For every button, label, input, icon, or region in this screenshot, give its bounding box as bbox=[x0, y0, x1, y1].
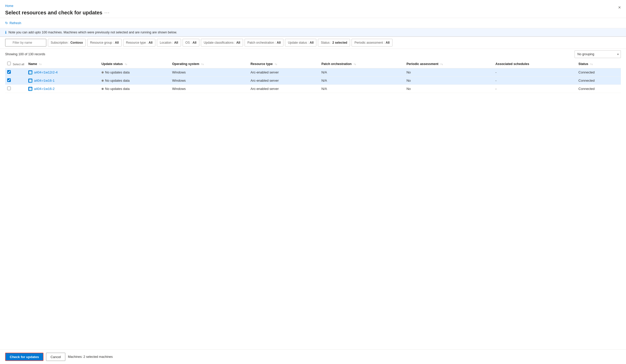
filter-chip-resource-group[interactable]: Resource group : All bbox=[87, 39, 121, 46]
grouping-wrap: No grouping Resource group Operating sys… bbox=[575, 50, 621, 58]
row-associated-schedules-0: - bbox=[493, 68, 576, 77]
sort-icon-patch-orchestration: ↑↓ bbox=[354, 63, 356, 66]
select-all-header: Select all bbox=[5, 60, 26, 68]
info-icon: ℹ bbox=[5, 30, 6, 34]
search-input[interactable] bbox=[5, 39, 46, 46]
table-row: a404-r1w16-1 No updates data Windows Arc… bbox=[5, 77, 621, 85]
row-periodic-assessment-1: No bbox=[404, 77, 493, 85]
select-all-checkbox[interactable] bbox=[7, 62, 11, 65]
dialog-options-dots[interactable]: ··· bbox=[104, 10, 110, 15]
breadcrumb[interactable]: Home bbox=[5, 4, 621, 8]
row-associated-schedules-1: - bbox=[493, 77, 576, 85]
resource-icon-2 bbox=[28, 87, 32, 91]
refresh-button[interactable]: ↻ Refresh bbox=[5, 20, 21, 26]
cancel-button[interactable]: Cancel bbox=[46, 353, 65, 361]
info-bar: ℹ Note you can add upto 100 machines. Ma… bbox=[0, 28, 626, 37]
row-periodic-assessment-2: No bbox=[404, 85, 493, 93]
sort-icon-status: ↑↓ bbox=[590, 63, 593, 66]
col-header-periodic-assessment[interactable]: Periodic assessment ↑↓ bbox=[404, 60, 493, 68]
table-row: a404-r1w12r2-4 No updates data Windows A… bbox=[5, 68, 621, 77]
row-os-1: Windows bbox=[170, 77, 248, 85]
update-status-dot-0 bbox=[102, 71, 104, 73]
filter-chip-patch-orchestration[interactable]: Patch orchestration : All bbox=[245, 39, 283, 46]
row-name-link-2[interactable]: a404-r1w16-2 bbox=[34, 87, 55, 91]
dialog-title: Select resources and check for updates bbox=[5, 10, 102, 16]
row-patch-orchestration-0: N/A bbox=[319, 68, 405, 77]
row-os-0: Windows bbox=[170, 68, 248, 77]
row-resource-type-1: Arc-enabled server bbox=[248, 77, 319, 85]
row-checkbox-2[interactable] bbox=[7, 87, 11, 90]
row-status-0: Connected bbox=[576, 68, 621, 77]
footer: Check for updates Cancel Machines: 2 sel… bbox=[0, 349, 626, 364]
dialog-container: Home Select resources and check for upda… bbox=[0, 0, 626, 364]
row-checkbox-0[interactable] bbox=[7, 70, 11, 74]
filter-chip-update-status[interactable]: Update status : All bbox=[285, 39, 316, 46]
resource-icon-1 bbox=[28, 79, 32, 83]
row-name-0: a404-r1w12r2-4 bbox=[26, 68, 99, 77]
row-resource-type-0: Arc-enabled server bbox=[248, 68, 319, 77]
table-header-row: Select all Name ↑↓ Update status ↑↓ Oper… bbox=[5, 60, 621, 68]
filter-chip-resource-type[interactable]: Resource type : All bbox=[123, 39, 155, 46]
col-header-patch-orchestration[interactable]: Patch orchestration ↑↓ bbox=[319, 60, 405, 68]
row-status-1: Connected bbox=[576, 77, 621, 85]
row-associated-schedules-2: - bbox=[493, 85, 576, 93]
col-header-associated-schedules: Associated schedules bbox=[493, 60, 576, 68]
filter-chip-update-classifications[interactable]: Update classifications : All bbox=[201, 39, 243, 46]
filters-row: 🔍 Subscription : Contoso Resource group … bbox=[0, 37, 626, 49]
filter-chip-os[interactable]: OS : All bbox=[183, 39, 199, 46]
resources-table: Select all Name ↑↓ Update status ↑↓ Oper… bbox=[5, 60, 621, 93]
row-periodic-assessment-0: No bbox=[404, 68, 493, 77]
dialog-header: Home Select resources and check for upda… bbox=[0, 0, 626, 18]
row-name-link-1[interactable]: a404-r1w16-1 bbox=[34, 79, 55, 82]
row-checkbox-1[interactable] bbox=[7, 78, 11, 82]
table-row: a404-r1w16-2 No updates data Windows Arc… bbox=[5, 85, 621, 93]
row-checkbox-cell-1[interactable] bbox=[5, 77, 26, 85]
row-update-status-0: No updates data bbox=[100, 68, 170, 77]
col-header-name[interactable]: Name ↑↓ bbox=[26, 60, 99, 68]
sort-icon-update-status: ↑↓ bbox=[125, 63, 127, 66]
sort-icon-resource-type: ↑↓ bbox=[275, 63, 277, 66]
col-header-status[interactable]: Status ↑↓ bbox=[576, 60, 621, 68]
col-header-resource-type[interactable]: Resource type ↑↓ bbox=[248, 60, 319, 68]
update-status-dot-2 bbox=[102, 88, 104, 90]
sort-icon-name: ↑↓ bbox=[39, 63, 42, 66]
select-all-label: Select all bbox=[13, 63, 24, 66]
row-checkbox-cell-2[interactable] bbox=[5, 85, 26, 93]
filter-chip-location[interactable]: Location : All bbox=[157, 39, 181, 46]
check-updates-button[interactable]: Check for updates bbox=[5, 353, 43, 361]
row-update-status-2: No updates data bbox=[100, 85, 170, 93]
row-name-2: a404-r1w16-2 bbox=[26, 85, 99, 93]
row-name-link-0[interactable]: a404-r1w12r2-4 bbox=[34, 70, 58, 74]
row-resource-type-2: Arc-enabled server bbox=[248, 85, 319, 93]
close-button[interactable]: × bbox=[617, 4, 622, 11]
col-header-update-status[interactable]: Update status ↑↓ bbox=[100, 60, 170, 68]
resource-icon-0 bbox=[28, 70, 32, 74]
filter-chip-periodic-assessment[interactable]: Periodic assessment : All bbox=[352, 39, 392, 46]
table-container: Select all Name ↑↓ Update status ↑↓ Oper… bbox=[0, 60, 626, 349]
row-status-2: Connected bbox=[576, 85, 621, 93]
footer-machines-info: Machines: 2 selected machines bbox=[68, 355, 113, 359]
row-os-2: Windows bbox=[170, 85, 248, 93]
row-patch-orchestration-1: N/A bbox=[319, 77, 405, 85]
grouping-dropdown[interactable]: No grouping Resource group Operating sys… bbox=[575, 50, 621, 58]
row-name-1: a404-r1w16-1 bbox=[26, 77, 99, 85]
refresh-icon: ↻ bbox=[5, 21, 8, 25]
col-header-operating-system[interactable]: Operating system ↑↓ bbox=[170, 60, 248, 68]
records-row: Showing 100 of 130 records No grouping R… bbox=[0, 49, 626, 60]
row-update-status-1: No updates data bbox=[100, 77, 170, 85]
records-count: Showing 100 of 130 records bbox=[5, 52, 45, 56]
search-wrap: 🔍 bbox=[5, 39, 46, 46]
sort-icon-periodic-assessment: ↑↓ bbox=[440, 63, 443, 66]
update-status-dot-1 bbox=[102, 80, 104, 82]
row-checkbox-cell-0[interactable] bbox=[5, 68, 26, 77]
toolbar: ↻ Refresh bbox=[0, 18, 626, 28]
filter-chip-subscription[interactable]: Subscription : Contoso bbox=[48, 39, 86, 46]
info-message: Note you can add upto 100 machines. Mach… bbox=[8, 31, 177, 34]
row-patch-orchestration-2: N/A bbox=[319, 85, 405, 93]
sort-icon-operating-system: ↑↓ bbox=[201, 63, 204, 66]
filter-chip-status[interactable]: Status : 2 selected bbox=[318, 39, 350, 46]
